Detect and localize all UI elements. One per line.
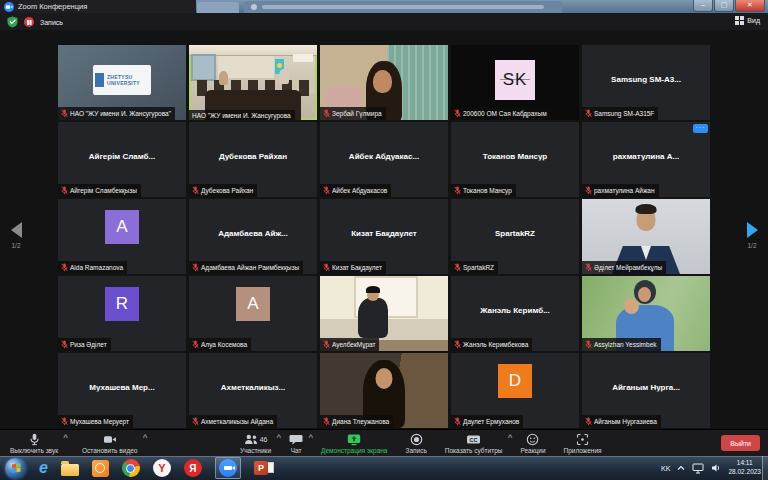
language-indicator[interactable]: KK bbox=[661, 465, 670, 472]
mic-icon bbox=[28, 433, 41, 446]
previous-page-arrow-icon[interactable] bbox=[11, 222, 22, 238]
participant-tile[interactable]: Жанэль Керимб...Жанэль Керимбекова bbox=[451, 276, 579, 351]
muted-mic-icon bbox=[323, 186, 330, 196]
participant-tile[interactable]: Айганым Нурга...Айганым Нургазиева bbox=[582, 353, 710, 428]
participant-tile[interactable]: Айгерім Сламб...Айгерім Сламбекқызы bbox=[58, 122, 186, 197]
show-hidden-icons-arrow[interactable] bbox=[677, 465, 685, 471]
participant-tile[interactable]: SpartakRZSpartakRZ bbox=[451, 199, 579, 274]
participant-tile[interactable]: AAida Ramazanova bbox=[58, 199, 186, 274]
browser-tab[interactable] bbox=[197, 2, 239, 13]
participant-tile[interactable]: Samsung SM-A3...Samsung SM-A315F bbox=[582, 45, 710, 120]
chat-button[interactable]: Чат ^ bbox=[289, 433, 303, 454]
participant-tile[interactable]: Диана Тлеужанова bbox=[320, 353, 448, 428]
taskbar-file-explorer-button[interactable] bbox=[61, 457, 79, 479]
name-label: SpartakRZ bbox=[451, 261, 498, 274]
participant-tile[interactable]: Айбек Абдуакас...Айбек Абдуакасов bbox=[320, 122, 448, 197]
participant-tile[interactable]: Адамбаева Айж...Адамбаева Айжан Раимбекқ… bbox=[189, 199, 317, 274]
participant-tile[interactable]: Мухашева Мер...Мухашева Меруерт bbox=[58, 353, 186, 428]
taskbar-yandex-button[interactable]: Я bbox=[184, 457, 202, 479]
stop-video-button[interactable]: Остановить видео ^ bbox=[82, 433, 137, 454]
record-button[interactable]: Запись bbox=[405, 433, 426, 454]
name-label: Алуа Косемова bbox=[189, 338, 251, 351]
chevron-up-icon[interactable]: ^ bbox=[308, 433, 313, 442]
name-label: Айбек Абдуакасов bbox=[320, 184, 391, 197]
tile-options-button[interactable]: ··· bbox=[693, 124, 708, 133]
maximize-button[interactable]: ▢ bbox=[714, 0, 734, 12]
taskbar-zoom-button[interactable] bbox=[215, 457, 241, 479]
close-button[interactable]: ✕ bbox=[735, 0, 765, 12]
muted-mic-icon bbox=[585, 263, 592, 273]
internet-explorer-icon: e bbox=[39, 458, 48, 478]
taskbar-powerpoint-button[interactable]: P bbox=[254, 457, 274, 479]
participant-tile[interactable]: SK200600 ОМ Сая Кабдрахым bbox=[451, 45, 579, 120]
name-label: рахматулина Айжан bbox=[582, 184, 659, 197]
view-button[interactable]: Вид bbox=[735, 16, 760, 25]
taskbar-yandex-browser-button[interactable]: Y bbox=[153, 457, 171, 479]
display-name: Адамбаева Айж... bbox=[189, 228, 317, 237]
participant-tile[interactable]: ZHETYSU UNIVERSITYНАО "ЖУ имени И. Жансу… bbox=[58, 45, 186, 120]
participant-tile[interactable]: Токанов МансурТоканов Мансур bbox=[451, 122, 579, 197]
participant-tile[interactable]: Assylzhan Yessimbek bbox=[582, 276, 710, 351]
display-icon[interactable] bbox=[692, 463, 704, 474]
participant-tile[interactable]: Әділет Мейрамбекұлы bbox=[582, 199, 710, 274]
muted-mic-icon bbox=[61, 417, 68, 427]
participant-tile[interactable]: Дубекова РайханДубекова Райхан bbox=[189, 122, 317, 197]
participant-tile[interactable]: Кизат БақдаулетКизат Бақдаулет bbox=[320, 199, 448, 274]
participant-tile[interactable]: RРиза Әділет bbox=[58, 276, 186, 351]
participant-tile[interactable]: DДаулет Ермуханов bbox=[451, 353, 579, 428]
participant-tile[interactable]: НАО "ЖУ имени И. Жансугурова bbox=[189, 45, 317, 120]
reactions-button[interactable]: Реакции bbox=[520, 433, 545, 454]
system-tray: KK 14:11 28.02.2023 bbox=[661, 456, 761, 480]
apps-button[interactable]: Приложения bbox=[564, 433, 602, 454]
chevron-up-icon[interactable]: ^ bbox=[508, 433, 513, 442]
next-page-nav: 1/2 bbox=[741, 222, 763, 249]
muted-mic-icon bbox=[192, 263, 199, 273]
show-desktop-button[interactable] bbox=[762, 456, 768, 480]
participant-tile[interactable]: рахматулина А...···рахматулина Айжан bbox=[582, 122, 710, 197]
smiley-reactions-icon bbox=[526, 433, 539, 446]
chevron-up-icon[interactable]: ^ bbox=[276, 433, 281, 442]
chevron-up-icon[interactable]: ^ bbox=[143, 433, 148, 442]
muted-mic-icon bbox=[585, 109, 592, 119]
participant-name-text: Ахметкаликызы Айдана bbox=[201, 418, 273, 425]
taskbar-start-button[interactable] bbox=[5, 457, 26, 479]
display-name: Кизат Бақдаулет bbox=[320, 228, 448, 237]
name-label: НАО "ЖУ имени И. Жансугурова bbox=[189, 110, 295, 120]
participant-tile[interactable]: AАлуа Косемова bbox=[189, 276, 317, 351]
minimize-button[interactable]: – bbox=[693, 0, 713, 12]
display-name: рахматулина А... bbox=[582, 151, 710, 160]
university-emblem-icon bbox=[95, 73, 104, 87]
next-page-arrow-icon[interactable] bbox=[747, 222, 758, 238]
muted-mic-icon bbox=[192, 340, 199, 350]
volume-icon[interactable] bbox=[711, 463, 721, 473]
captions-button[interactable]: CC Показать субтитры ^ bbox=[445, 433, 503, 454]
page-indicator: 1/2 bbox=[741, 242, 763, 249]
chevron-up-icon[interactable]: ^ bbox=[63, 433, 68, 442]
name-label: Дубекова Райхан bbox=[189, 184, 257, 197]
mute-label: Выключить звук bbox=[10, 447, 58, 454]
recording-indicator-icon[interactable] bbox=[24, 17, 34, 27]
zoom-app-icon bbox=[219, 459, 237, 477]
leave-meeting-button[interactable]: Выйти bbox=[721, 435, 760, 451]
participant-tile[interactable]: Зербай Гүлмира bbox=[320, 45, 448, 120]
clock-date: 28.02.2023 bbox=[728, 468, 761, 475]
name-label: Assylzhan Yessimbek bbox=[582, 338, 661, 351]
browser-tab-active[interactable] bbox=[244, 1, 562, 13]
taskbar-clock[interactable]: 14:11 28.02.2023 bbox=[728, 459, 761, 477]
powerpoint-icon: P bbox=[254, 461, 274, 476]
share-screen-button[interactable]: Демонстрация экрана bbox=[321, 433, 387, 454]
taskbar-media-player-button[interactable] bbox=[92, 457, 109, 479]
mute-button[interactable]: Выключить звук ^ bbox=[10, 433, 58, 454]
taskbar-internet-explorer-button[interactable]: e bbox=[39, 457, 48, 479]
participant-tile[interactable]: Ахметкаликыз...Ахметкаликызы Айдана bbox=[189, 353, 317, 428]
participant-name-text: Айганым Нургазиева bbox=[594, 418, 657, 425]
muted-mic-icon bbox=[323, 417, 330, 427]
display-name: Айгерім Сламб... bbox=[58, 151, 186, 160]
participant-name-text: Әділет Мейрамбекұлы bbox=[594, 264, 662, 271]
participant-tile[interactable]: АуелбекМұрат bbox=[320, 276, 448, 351]
participants-button[interactable]: 46 Участники ^ bbox=[240, 433, 271, 454]
security-shield-icon[interactable] bbox=[7, 16, 18, 28]
taskbar-chrome-button[interactable] bbox=[122, 457, 140, 479]
name-label: НАО "ЖУ имени И. Жансугурова" bbox=[58, 107, 175, 120]
participant-name-text: Кизат Бақдаулет bbox=[332, 264, 382, 271]
